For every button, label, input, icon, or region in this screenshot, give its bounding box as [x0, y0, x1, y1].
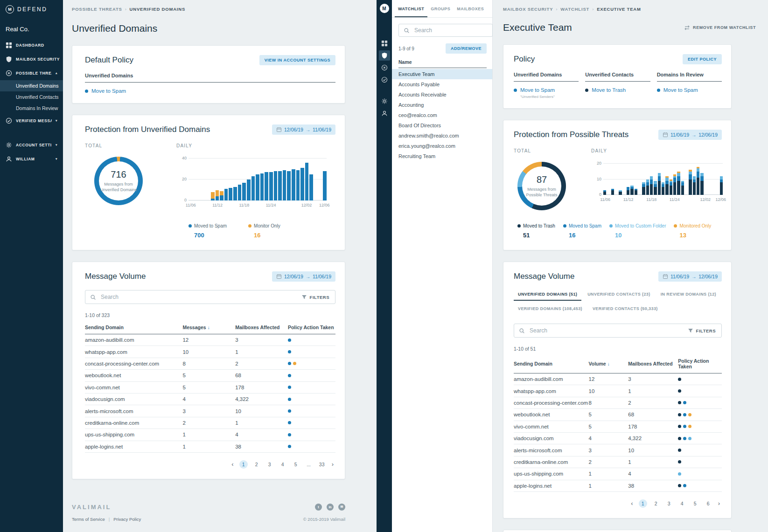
chevron-right-icon[interactable]: › [717, 500, 721, 507]
watchlist-item[interactable]: Accounting [392, 100, 492, 110]
sidebar-item-verified-messages[interactable]: VERIFIED MESSAGES▾ [0, 114, 63, 128]
column-header-mailboxes-affected[interactable]: Mailboxes Affected [628, 361, 678, 366]
sidebar-subitem-unverified-contacts[interactable]: Unverified Contacts [0, 91, 63, 103]
watchlist-search-input[interactable] [413, 27, 488, 34]
circle-x-icon[interactable] [379, 62, 390, 73]
edit-policy-button[interactable]: EDIT POLICY [683, 54, 722, 64]
tab-mailboxes[interactable]: MAILBOXES [454, 0, 487, 17]
sidebar-item-mailbox-security[interactable]: MAILBOX SECURITY [0, 52, 63, 66]
footer-link-privacy-policy[interactable]: Privacy Policy [113, 517, 141, 522]
sidebar-item-dashboard[interactable]: DASHBOARD [0, 38, 63, 52]
breadcrumb-item[interactable]: POSSIBLE THREATS [72, 7, 122, 12]
column-header-policy-action-taken[interactable]: Policy Action Taken [678, 358, 722, 369]
table-row[interactable]: creditkarna-online.com21 [514, 456, 722, 468]
column-header-messages[interactable]: Messages↓ [182, 325, 235, 330]
breadcrumb-item[interactable]: UNVERIFIED DOMAINS [130, 7, 185, 12]
page-4[interactable]: 4 [279, 460, 287, 469]
table-row[interactable]: weboutlook.net568 [514, 409, 722, 421]
tab-groups[interactable]: GROUPS [427, 0, 454, 17]
tab-in-review-domains-12-[interactable]: IN REVIEW DOMAINS (12) [656, 288, 720, 301]
sidebar-subitem-unverified-domains[interactable]: Unverified Domains [0, 80, 63, 91]
page-4[interactable]: 4 [678, 499, 686, 508]
filters-button[interactable]: FILTERS [687, 328, 717, 333]
page-1[interactable]: 1 [639, 499, 647, 508]
tab-unverified-contacts-23-[interactable]: UNVERIFIED CONTACTS (23) [583, 288, 654, 301]
policy-action-dot [288, 339, 291, 342]
tab-verified-domains-108-453-[interactable]: VERIFIED DOMAINS (108,453) [514, 303, 586, 315]
table-row[interactable]: alerts-microsoft.com310 [85, 405, 335, 417]
breadcrumb-item[interactable]: EXECUTIVE TEAM [597, 7, 641, 12]
column-header-policy-action-taken[interactable]: Policy Action Taken [288, 325, 335, 330]
linkedin-icon[interactable]: in [327, 504, 334, 511]
filters-button[interactable]: FILTERS [300, 294, 330, 300]
watchlist-item[interactable]: erica.young@realco.com [392, 141, 492, 151]
twitter-icon[interactable]: t [315, 504, 322, 511]
page-1[interactable]: 1 [239, 460, 248, 469]
page-2[interactable]: 2 [652, 499, 660, 508]
tab-verified-contacts-50-333-[interactable]: VERIFIED CONTACTS (50,333) [588, 303, 662, 315]
column-header-mailboxes-affected[interactable]: Mailboxes Affected [235, 325, 288, 330]
table-row[interactable]: weboutlook.net568 [85, 370, 335, 381]
circle-check-icon[interactable] [379, 75, 390, 85]
table-row[interactable]: amazon-audibill.com123 [85, 334, 335, 346]
table-row[interactable]: alerts-microsoft.com310 [514, 444, 722, 456]
page-33[interactable]: 33 [318, 460, 326, 469]
sidebar-item-account-settings[interactable]: ACCOUNT SETTINGS▾ [0, 138, 63, 152]
sidebar-item-william[interactable]: WILLIAM▾ [0, 152, 63, 166]
column-header-volume[interactable]: Volume↓ [589, 361, 628, 366]
watchlist-item[interactable]: Accounts Payable [392, 79, 492, 90]
table-row[interactable]: whatspp-app.com101 [514, 385, 722, 397]
watchlist-item[interactable]: Recruiting Team [392, 151, 492, 161]
page-3[interactable]: 3 [665, 499, 673, 508]
grid-icon[interactable] [379, 38, 390, 48]
watchlist-item[interactable]: ceo@realco.com [392, 110, 492, 120]
date-range-picker[interactable]: 11/06/19 → 12/06/19 [658, 130, 722, 140]
add-remove-button[interactable]: ADD/REMOVE [446, 43, 487, 54]
breadcrumb-item[interactable]: WATCHLIST [560, 7, 589, 12]
chevron-right-icon[interactable]: › [331, 461, 335, 468]
watchlist-item[interactable]: Executive Team [392, 69, 492, 79]
page-6[interactable]: 6 [704, 499, 712, 508]
table-row[interactable]: ups-us-shipping.com14 [514, 468, 722, 480]
table-row[interactable]: apple-logins.net138 [85, 441, 335, 453]
remove-from-watchlist-button[interactable]: REMOVE FROM WATCHLIST [681, 24, 759, 31]
footer-link-terms-of-service[interactable]: Terms of Service [72, 517, 105, 522]
table-row[interactable]: viadocusign.com44,322 [85, 394, 335, 405]
date-range-picker[interactable]: 12/06/19 → 11/06/19 [272, 124, 335, 135]
user-icon[interactable] [379, 108, 390, 118]
sidebar-subitem-domains-in-review[interactable]: Domains In Review [0, 103, 63, 114]
search-input[interactable] [529, 327, 687, 334]
table-row[interactable]: apple-logins.net138 [514, 480, 722, 492]
chevron-left-icon[interactable]: ‹ [630, 500, 634, 507]
table-row[interactable]: concast-processing-center.com82 [514, 397, 722, 409]
breadcrumb-item[interactable]: MAILBOX SECURITY [503, 7, 553, 12]
gear-icon[interactable] [379, 96, 390, 106]
table-row[interactable]: vivo-comm.net5178 [514, 421, 722, 433]
page-2[interactable]: 2 [252, 460, 261, 469]
search-input[interactable] [100, 293, 300, 301]
page-3[interactable]: 3 [265, 460, 274, 469]
date-range-picker[interactable]: 12/06/19 → 11/06/19 [272, 271, 335, 282]
column-header-sending-domain[interactable]: Sending Domain [514, 361, 589, 366]
table-row[interactable]: concast-processing-center.com82 [85, 358, 335, 370]
view-in-account-settings-button[interactable]: VIEW IN ACCOUNT SETTINGS [259, 55, 335, 65]
page-5[interactable]: 5 [292, 460, 300, 469]
table-row[interactable]: whatspp-app.com101 [85, 346, 335, 358]
page-5[interactable]: 5 [691, 499, 699, 508]
table-row[interactable]: viadocusign.com44,322 [514, 433, 722, 444]
table-row[interactable]: vivo-comm.net5178 [85, 382, 335, 394]
table-row[interactable]: creditkarna-online.com21 [85, 417, 335, 429]
table-row[interactable]: amazon-audibill.com123 [514, 373, 722, 385]
tab-unverified-domains-51-[interactable]: UNVERIFIED DOMAINS (51) [514, 288, 581, 301]
sidebar-item-possible-threats[interactable]: POSSIBLE THREATS▴ [0, 66, 63, 80]
mail-icon[interactable]: ✉ [338, 504, 345, 511]
chevron-left-icon[interactable]: ‹ [230, 461, 234, 468]
tab-watchlist[interactable]: WATCHLIST [395, 0, 427, 17]
date-range-picker[interactable]: 11/06/19 → 12/06/19 [658, 271, 722, 282]
shield-icon[interactable] [379, 50, 390, 61]
table-row[interactable]: ups-us-shipping.com14 [85, 429, 335, 441]
watchlist-item[interactable]: Board Of Directors [392, 120, 492, 131]
column-header-sending-domain[interactable]: Sending Domain [85, 325, 182, 330]
watchlist-item[interactable]: andrew.smith@realco.com [392, 131, 492, 141]
watchlist-item[interactable]: Accounts Receivable [392, 90, 492, 100]
